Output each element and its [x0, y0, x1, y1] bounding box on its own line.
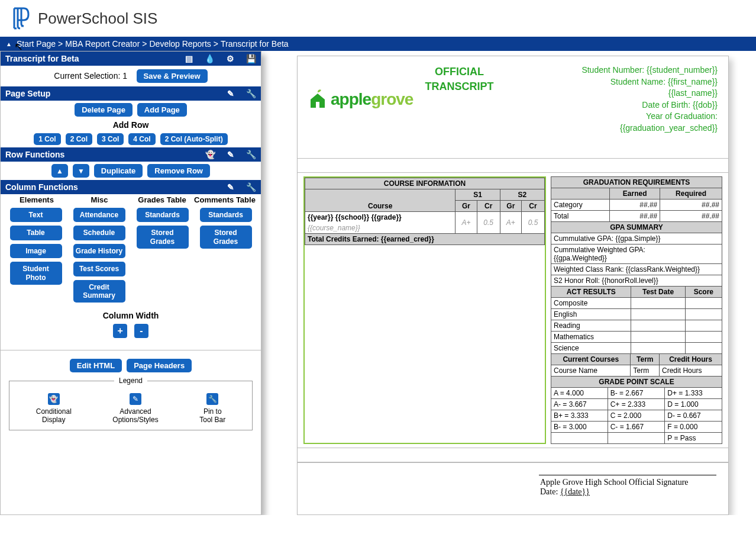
row-down-button[interactable]: ▼: [73, 164, 89, 178]
current-courses-table: Current CoursesTermCredit Hours Course N…: [551, 353, 722, 377]
student-info: Student Number: {{student_number}} Stude…: [505, 65, 718, 134]
add-row-label: Add Row: [1, 120, 261, 130]
col-header-comments: Comments Table: [193, 195, 256, 204]
legend-pin: 🔧 Pin to Tool Bar: [199, 393, 225, 424]
grad-req-table: GRADUATION REQUIREMENTS EarnedRequired C…: [551, 176, 722, 222]
misc-attendance-button[interactable]: Attendance: [73, 208, 125, 222]
add-page-button[interactable]: Add Page: [137, 103, 187, 117]
preview-header: applegrove OFFICIAL TRANSCRIPT Student N…: [298, 56, 728, 159]
preview-tables: COURSE INFORMATION Course S1 S2 Gr Cr Gr…: [298, 173, 728, 448]
element-text-button[interactable]: Text: [10, 208, 62, 222]
breadcrumb-report-creator[interactable]: MBA Report Creator: [65, 39, 140, 49]
page-setup-header: Page Setup ✎ 🔧: [1, 86, 261, 101]
breadcrumb-toggle-icon[interactable]: ▲: [6, 41, 12, 47]
app-title: PowerSchool SIS: [38, 9, 157, 28]
sheet-icon[interactable]: ▤: [185, 54, 193, 63]
pencil-icon[interactable]: ✎: [227, 89, 234, 98]
col-header-misc: Misc: [68, 195, 131, 204]
width-plus-button[interactable]: +: [113, 324, 127, 338]
misc-grade-history-button[interactable]: Grade History: [73, 244, 125, 258]
wrench-icon[interactable]: 🔧: [246, 182, 256, 192]
gpa-summary-table: GPA SUMMARY Cummulative GPA: {{gpa.Simpl…: [551, 221, 722, 287]
wrench-icon: 🔧: [206, 393, 218, 405]
save-icon[interactable]: 💾: [246, 54, 256, 63]
course-info-table[interactable]: COURSE INFORMATION Course S1 S2 Gr Cr Gr…: [303, 176, 546, 444]
signature-block: Apple Grove High School Official Signatu…: [298, 462, 728, 514]
breadcrumb: ▲ Start Page > MBA Report Creator > Deve…: [0, 37, 756, 51]
row-functions-header: Row Functions 👻 ✎ 🔧: [1, 147, 261, 162]
breadcrumb-start[interactable]: Start Page: [17, 39, 56, 49]
edit-html-button[interactable]: Edit HTML: [70, 359, 122, 372]
add-4col-button[interactable]: 4 Col: [128, 133, 155, 145]
column-width-label: Column Width: [1, 311, 261, 320]
transcript-title: OFFICIAL TRANSCRIPT: [425, 65, 493, 134]
misc-credit-summary-button[interactable]: Credit Summary: [73, 280, 125, 303]
editor-sidebar: Transcript for Beta ▤ 💧 ⚙ 💾 Current Sele…: [0, 51, 261, 515]
pencil-icon[interactable]: ✎: [227, 150, 234, 159]
legend-advanced: ✎ Advanced Options/Styles: [112, 393, 158, 424]
col-header-grades: Grades Table: [131, 195, 193, 204]
legend-conditional: 👻 Conditional Display: [36, 393, 72, 424]
powerschool-logo-icon: [12, 7, 31, 30]
remove-row-button[interactable]: Remove Row: [147, 164, 210, 178]
delete-page-button[interactable]: Delete Page: [75, 103, 133, 117]
add-1col-button[interactable]: 1 Col: [34, 133, 60, 145]
misc-schedule-button[interactable]: Schedule: [73, 226, 125, 240]
grade-point-scale-table: GRADE POINT SCALE A = 4.000B- = 2.667D+ …: [551, 376, 722, 444]
element-table-button[interactable]: Table: [10, 226, 62, 240]
house-leaf-icon: [308, 89, 327, 110]
width-minus-button[interactable]: -: [134, 324, 148, 338]
svg-rect-0: [316, 102, 319, 108]
duplicate-row-button[interactable]: Duplicate: [94, 164, 143, 178]
page-headers-button[interactable]: Page Headers: [127, 359, 192, 372]
element-student-photo-button[interactable]: Student Photo: [10, 262, 62, 285]
grades-standards-button[interactable]: Standards: [137, 208, 189, 222]
applegrove-logo: applegrove: [308, 65, 413, 134]
save-preview-button[interactable]: Save & Preview: [137, 69, 208, 83]
comments-stored-button[interactable]: Stored Grades: [200, 226, 252, 249]
row-up-button[interactable]: ▲: [51, 164, 68, 178]
act-results-table: ACT RESULTSTest DateScore Composite Engl…: [551, 286, 722, 354]
misc-test-scores-button[interactable]: Test Scores: [73, 262, 125, 276]
pencil-icon: ✎: [130, 393, 141, 405]
add-2col-button[interactable]: 2 Col: [66, 133, 92, 145]
breadcrumb-develop[interactable]: Develop Reports: [150, 39, 211, 49]
wrench-icon[interactable]: 🔧: [246, 89, 256, 98]
ghost-icon[interactable]: 👻: [205, 150, 215, 159]
right-tables: GRADUATION REQUIREMENTS EarnedRequired C…: [551, 176, 722, 444]
breadcrumb-current: Transcript for Beta: [221, 39, 289, 49]
report-title-bar: Transcript for Beta ▤ 💧 ⚙ 💾: [1, 52, 261, 66]
element-image-button[interactable]: Image: [10, 244, 62, 258]
ghost-icon: 👻: [48, 393, 60, 405]
col-header-elements: Elements: [5, 195, 68, 204]
gear-icon[interactable]: ⚙: [227, 54, 234, 63]
column-functions-header: Column Functions ✎ 🔧: [1, 180, 261, 194]
grades-stored-button[interactable]: Stored Grades: [137, 226, 189, 249]
wrench-icon[interactable]: 🔧: [246, 150, 256, 159]
report-preview: applegrove OFFICIAL TRANSCRIPT Student N…: [297, 56, 729, 515]
add-2col-autosplit-button[interactable]: 2 Col (Auto-Split): [160, 133, 228, 145]
add-3col-button[interactable]: 3 Col: [97, 133, 124, 145]
report-title: Transcript for Beta: [5, 54, 79, 63]
current-selection: Current Selection: 1: [54, 71, 127, 81]
drop-icon[interactable]: 💧: [205, 54, 215, 63]
pencil-icon[interactable]: ✎: [227, 182, 234, 192]
top-header: PowerSchool SIS: [0, 0, 756, 37]
legend: Legend 👻 Conditional Display ✎ Advanced …: [9, 381, 253, 430]
comments-standards-button[interactable]: Standards: [200, 208, 252, 222]
